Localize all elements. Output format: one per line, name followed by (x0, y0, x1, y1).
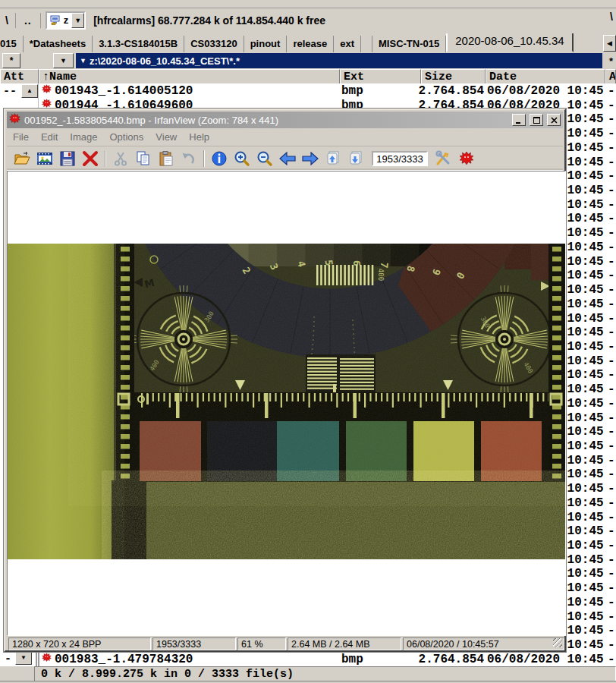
header-size[interactable]: Size (421, 69, 486, 84)
select-button[interactable]: * (2, 53, 20, 68)
tab-3.1.3-CS184015B[interactable]: 3.1.3-CS184015B (93, 36, 184, 52)
zoom-out-button[interactable] (253, 149, 276, 168)
drive-letter: z (64, 14, 69, 26)
tab-release[interactable]: release (287, 36, 334, 52)
parent-dir-button[interactable]: .. (17, 14, 39, 27)
info-button[interactable] (208, 149, 231, 168)
drive-selector[interactable]: z ▼ (46, 11, 86, 30)
history-dropdown-button[interactable]: ▼ (53, 53, 74, 68)
next-button[interactable] (299, 149, 322, 168)
gutter-att-value-bottom: - (5, 653, 11, 666)
tab-pinout[interactable]: pinout (244, 36, 288, 52)
file-attr: - (608, 241, 615, 255)
file-attr: - (608, 638, 615, 653)
path-bar[interactable]: ▼z:\2020-08-06_10.45.34_CEST\*.* (76, 53, 602, 68)
tab-015[interactable]: 015 (0, 36, 24, 52)
file-attr: - (608, 340, 615, 354)
slideshow-button[interactable] (33, 149, 56, 168)
file-row[interactable]: 001983_-1.479784320bmp2.764.85406/08/202… (0, 653, 616, 666)
menu-image[interactable]: Image (64, 131, 103, 143)
toolbar-separator (105, 150, 106, 167)
status-panel-3: 2.64 MB / 2.64 MB (288, 637, 401, 650)
next-icon (300, 150, 320, 167)
paste-button[interactable] (155, 149, 178, 168)
file-attr: - (608, 184, 615, 198)
tab-2020-08-06_10.45.34[interactable]: 2020-08-06_10.45.34 (446, 33, 573, 52)
page-up-icon (324, 150, 342, 167)
header-ext[interactable]: Ext (340, 69, 421, 84)
status-panel-4: 06/08/2020 / 10:45:57 (403, 637, 564, 650)
file-attr: - (608, 596, 615, 610)
menu-edit[interactable]: Edit (35, 131, 64, 143)
save-icon (58, 150, 77, 167)
previous-button[interactable] (276, 149, 299, 168)
file-attr: - (608, 567, 615, 581)
header-att[interactable]: Att (0, 69, 39, 84)
delete-button[interactable] (79, 149, 102, 168)
file-attr: - (608, 653, 615, 666)
image-counter-field[interactable]: 1953/3333 (372, 151, 428, 166)
cut-button[interactable] (109, 149, 132, 168)
menu-options[interactable]: Options (104, 131, 150, 143)
folder-tabs: 015*Datasheets3.1.3-CS184015BCS033120pin… (0, 33, 597, 52)
column-headers: Att ↑Name Ext Size Date A (0, 69, 616, 84)
tab-ext[interactable]: ext (334, 36, 361, 52)
copy-button[interactable] (132, 149, 155, 168)
save-button[interactable] (56, 149, 79, 168)
file-attr: - (608, 354, 615, 369)
tab-scroll-left-button[interactable]: ◀ (603, 35, 616, 52)
root-dir-button[interactable]: \ (0, 14, 14, 27)
file-size: 2.764.854 (410, 84, 484, 99)
tab-MISC-TN-015[interactable]: MISC-TN-015 (372, 36, 446, 52)
irfanview-devil-button[interactable] (455, 149, 478, 168)
file-attr: - (608, 368, 615, 382)
bmp-file-icon (42, 99, 52, 109)
zoom-in-button[interactable] (231, 149, 253, 168)
scroll-up-button[interactable]: ▲ (21, 84, 38, 98)
open-folder-button[interactable] (11, 149, 33, 168)
minimize-button[interactable] (512, 114, 526, 126)
sort-arrow-icon: ↑ (42, 71, 49, 83)
undo-button[interactable] (178, 149, 200, 168)
menu-bar: FileEditImageOptionsViewHelp (7, 128, 563, 146)
divider (40, 13, 41, 28)
file-name: 001983_-1.479784320 (55, 653, 193, 666)
menu-file[interactable]: File (7, 131, 35, 143)
drive-dropdown-arrow[interactable]: ▼ (71, 13, 84, 28)
image-canvas[interactable]: 234567890400300400300400M (7, 171, 566, 636)
tab-*Datasheets[interactable]: *Datasheets (24, 36, 93, 52)
path-caret-icon: ▼ (80, 57, 86, 65)
page-up-button[interactable] (322, 149, 344, 168)
resize-grip[interactable] (553, 638, 562, 647)
page-down-button[interactable] (344, 149, 367, 168)
free-space-label: [hfrcalarms] 68.777.284 k of 114.854.440… (93, 14, 325, 27)
header-attr[interactable]: A (605, 69, 616, 84)
file-attr: - (608, 454, 615, 468)
info-icon (210, 150, 228, 167)
file-attr: - (608, 439, 615, 454)
file-attr: - (608, 511, 615, 525)
maximize-button[interactable] (530, 114, 543, 126)
tab-CS033120[interactable]: CS033120 (184, 36, 244, 52)
header-name[interactable]: ↑Name (39, 69, 340, 84)
root-dir-button-right[interactable]: \ (610, 11, 613, 23)
file-attr: - (608, 99, 615, 113)
title-bar[interactable]: 001952_-1.583805440.bmp - IrfanView (Zoo… (7, 112, 563, 128)
menu-help[interactable]: Help (183, 131, 215, 143)
menu-view[interactable]: View (149, 131, 183, 143)
file-attr: - (608, 382, 615, 397)
header-date[interactable]: Date (486, 69, 605, 84)
file-attr: - (608, 297, 615, 312)
file-attr: - (608, 255, 615, 269)
zoom-in-icon (233, 150, 251, 167)
file-attr: - (608, 127, 615, 141)
irfanview-window[interactable]: 001952_-1.583805440.bmp - IrfanView (Zoo… (4, 109, 566, 652)
file-date: 06/08/2020 10:45 (487, 653, 604, 666)
file-row[interactable]: 001943_-1.614005120bmp2.764.85406/08/202… (0, 84, 616, 99)
file-attr: - (608, 269, 615, 283)
file-attr: - (608, 581, 615, 596)
close-button[interactable] (547, 114, 561, 126)
tools-button[interactable] (432, 149, 455, 168)
scroll-down-button[interactable]: ▼ (15, 651, 32, 665)
minimize-icon (516, 117, 522, 124)
